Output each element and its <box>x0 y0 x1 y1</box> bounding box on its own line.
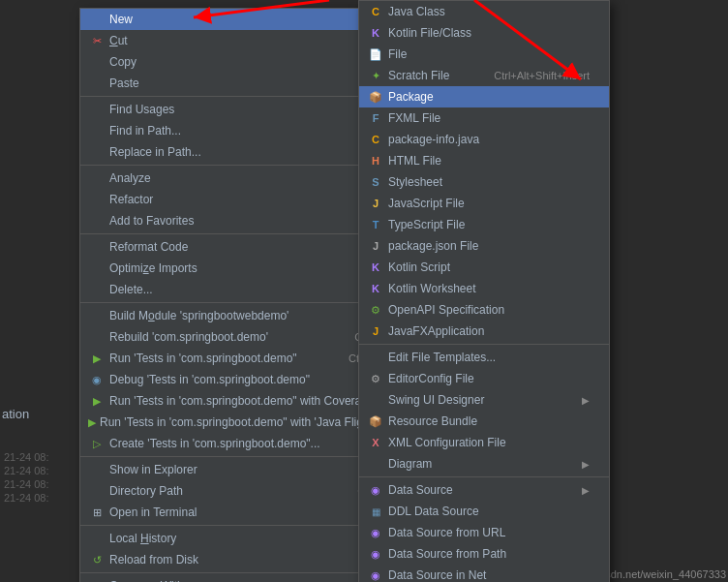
directory-path-label: Directory Path <box>109 484 338 498</box>
cut-label: Cut <box>109 34 368 47</box>
html-label: HTML File <box>388 154 590 168</box>
editorconfig-label: EditorConfig File <box>388 372 590 385</box>
kotlin-worksheet-icon: K <box>367 283 384 294</box>
find-usages-label: Find Usages <box>109 103 367 116</box>
submenu-kotlin-worksheet[interactable]: K Kotlin Worksheet <box>359 278 609 299</box>
javafx-icon: J <box>367 325 384 337</box>
xml-icon: X <box>367 437 384 448</box>
scratch-shortcut: Ctrl+Alt+Shift+Insert <box>494 70 590 81</box>
html-icon: H <box>367 155 384 167</box>
submenu-javafx[interactable]: J JavaFXApplication <box>359 321 609 342</box>
submenu-data-source-url[interactable]: ◉ Data Source from URL <box>359 522 609 543</box>
kotlin-worksheet-label: Kotlin Worksheet <box>388 282 590 295</box>
ts-icon: T <box>367 219 384 230</box>
submenu-package-json[interactable]: J package.json File <box>359 235 609 257</box>
file-icon: 📄 <box>367 48 384 61</box>
submenu-data-source[interactable]: ◉ Data Source ▶ <box>359 479 609 501</box>
submenu-stylesheet[interactable]: S Stylesheet <box>359 171 609 193</box>
optimize-imports-label: Optimize Imports <box>109 261 349 275</box>
submenu-typescript[interactable]: T TypeScript File <box>359 214 609 235</box>
editorconfig-icon: ⚙ <box>367 373 384 385</box>
submenu-file[interactable]: 📄 File <box>359 44 609 65</box>
submenu-sep1 <box>359 344 609 345</box>
submenu-java-class[interactable]: C Java Class <box>359 1 609 22</box>
js-icon: J <box>367 198 384 209</box>
submenu-edit-file-templates[interactable]: Edit File Templates... <box>359 347 609 368</box>
package-info-label: package-info.java <box>388 133 590 146</box>
log-line-2: 21-24 08: <box>0 464 52 477</box>
create-tests-icon: ▷ <box>88 438 106 450</box>
file-label: File <box>388 47 590 61</box>
package-icon: 📦 <box>367 91 384 104</box>
scratch-label: Scratch File <box>388 69 474 82</box>
data-source-url-icon: ◉ <box>367 527 384 539</box>
submenu-fxml[interactable]: F FXML File <box>359 107 609 129</box>
submenu-resource-bundle[interactable]: 📦 Resource Bundle <box>359 411 609 432</box>
submenu-data-source-net[interactable]: ◉ Data Source in Net <box>359 565 609 582</box>
package-info-icon: C <box>367 134 384 145</box>
submenu-package[interactable]: 📦 Package <box>359 86 609 107</box>
reformat-code-label: Reformat Code <box>109 240 350 254</box>
fxml-icon: F <box>367 112 384 124</box>
edit-file-templates-label: Edit File Templates... <box>388 351 590 364</box>
submenu-html[interactable]: H HTML File <box>359 150 609 171</box>
log-line-3: 21-24 08: <box>0 477 52 491</box>
json-icon: J <box>367 240 384 252</box>
data-source-icon: ◉ <box>367 484 384 497</box>
kotlin-script-label: Kotlin Script <box>388 260 590 274</box>
submenu-data-source-path[interactable]: ◉ Data Source from Path <box>359 543 609 565</box>
submenu-xml-config[interactable]: X XML Configuration File <box>359 432 609 453</box>
submenu-package-info[interactable]: C package-info.java <box>359 129 609 150</box>
submenu-kotlin-file[interactable]: K Kotlin File/Class <box>359 22 609 44</box>
reload-from-disk-icon: ↺ <box>88 554 106 567</box>
rebuild-label: Rebuild 'com.springboot.demo' <box>109 330 335 344</box>
xml-config-label: XML Configuration File <box>388 436 590 449</box>
run-coverage-icon: ▶ <box>88 395 106 408</box>
ddl-icon: ▦ <box>367 506 384 517</box>
fxml-label: FXML File <box>388 111 590 125</box>
css-icon: S <box>367 176 384 188</box>
submenu-kotlin-script[interactable]: K Kotlin Script <box>359 257 609 278</box>
submenu-swing-ui[interactable]: Swing UI Designer ▶ <box>359 389 609 411</box>
submenu-ddl[interactable]: ▦ DDL Data Source <box>359 501 609 522</box>
data-source-path-label: Data Source from Path <box>388 547 590 561</box>
package-json-label: package.json File <box>388 239 590 253</box>
submenu-openapi[interactable]: ⚙ OpenAPI Specification <box>359 299 609 321</box>
swing-ui-label: Swing UI Designer <box>388 393 574 407</box>
open-terminal-icon: ⊞ <box>88 506 106 519</box>
data-source-net-icon: ◉ <box>367 569 384 582</box>
diagram-arrow: ▶ <box>582 459 590 470</box>
paste-label: Paste <box>109 77 368 90</box>
new-submenu: C Java Class K Kotlin File/Class 📄 File … <box>358 0 610 582</box>
run-flight-icon: ▶ <box>88 416 96 429</box>
submenu-diagram[interactable]: Diagram ▶ <box>359 453 609 475</box>
log-line-1: 21-24 08: <box>0 450 52 464</box>
resource-bundle-label: Resource Bundle <box>388 414 590 428</box>
javafx-label: JavaFXApplication <box>388 324 590 338</box>
data-source-label: Data Source <box>388 483 574 497</box>
typescript-label: TypeScript File <box>388 218 590 231</box>
stylesheet-label: Stylesheet <box>388 175 590 189</box>
delete-label: Delete... <box>109 283 367 296</box>
debug-tests-icon: ◉ <box>88 374 106 386</box>
run-tests-icon: ▶ <box>88 352 106 365</box>
submenu-javascript[interactable]: J JavaScript File <box>359 193 609 214</box>
submenu-sep2 <box>359 476 609 477</box>
java-class-icon: C <box>367 6 384 17</box>
kotlin-file-icon: K <box>367 27 384 39</box>
kotlin-file-label: Kotlin File/Class <box>388 26 590 40</box>
openapi-label: OpenAPI Specification <box>388 303 590 317</box>
run-tests-label: Run 'Tests in 'com.springboot.demo" <box>109 352 329 365</box>
data-source-url-label: Data Source from URL <box>388 526 590 539</box>
swing-ui-arrow: ▶ <box>582 395 590 406</box>
submenu-scratch-file[interactable]: ✦ Scratch File Ctrl+Alt+Shift+Insert <box>359 65 609 86</box>
diagram-label: Diagram <box>388 457 574 471</box>
kotlin-script-icon: K <box>367 261 384 273</box>
find-in-path-label: Find in Path... <box>109 124 368 138</box>
package-label: Package <box>388 90 590 104</box>
resource-bundle-icon: 📦 <box>367 415 384 428</box>
submenu-editorconfig[interactable]: ⚙ EditorConfig File <box>359 368 609 389</box>
javascript-label: JavaScript File <box>388 197 590 210</box>
openapi-icon: ⚙ <box>367 304 384 317</box>
ddl-label: DDL Data Source <box>388 505 590 518</box>
